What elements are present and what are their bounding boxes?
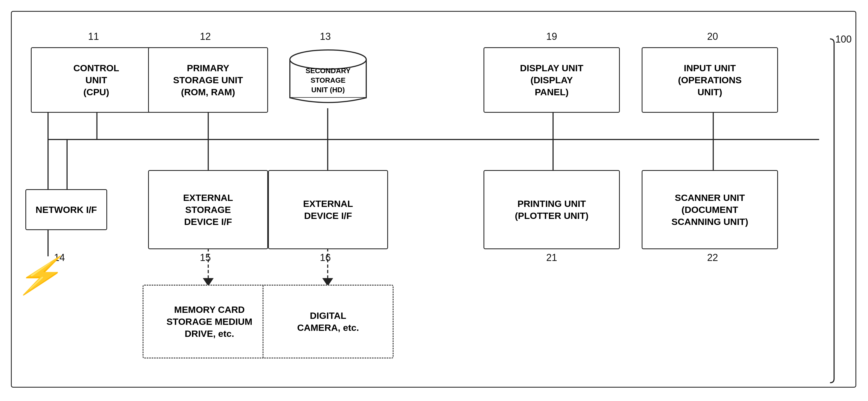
- memory-card-label: MEMORY CARDSTORAGE MEDIUMDRIVE, etc.: [166, 304, 252, 340]
- ref-11: 11: [88, 31, 99, 42]
- ref-100: 100: [835, 34, 851, 45]
- ref-12: 12: [200, 31, 211, 42]
- ref-16: 16: [320, 252, 331, 263]
- digital-camera-label: DIGITALCAMERA, etc.: [297, 310, 359, 334]
- external-device-if-box: EXTERNALDEVICE I/F: [268, 170, 388, 249]
- diagram-container: 11 12 13 19 20 14 15 16 21 22 100 CONTRO…: [11, 11, 856, 388]
- input-unit-label: INPUT UNIT(OPERATIONSUNIT): [678, 62, 742, 98]
- control-unit-label: CONTROLUNIT(CPU): [73, 62, 119, 98]
- primary-storage-label: PRIMARYSTORAGE UNIT(ROM, RAM): [173, 62, 243, 98]
- external-storage-if-box: EXTERNALSTORAGEDEVICE I/F: [148, 170, 268, 249]
- ref-20: 20: [707, 31, 718, 42]
- ref-15: 15: [200, 252, 211, 263]
- printing-unit-label: PRINTING UNIT(PLOTTER UNIT): [515, 198, 588, 222]
- ref-21: 21: [546, 252, 557, 263]
- svg-point-19: [290, 50, 366, 69]
- primary-storage-box: PRIMARYSTORAGE UNIT(ROM, RAM): [148, 47, 268, 113]
- lightning-bolt-icon: ⚡: [13, 257, 70, 293]
- display-unit-label: DISPLAY UNIT(DISPLAYPANEL): [520, 62, 583, 98]
- scanner-unit-label: SCANNER UNIT(DOCUMENTSCANNING UNIT): [671, 192, 748, 228]
- ref-22: 22: [707, 252, 718, 263]
- secondary-storage-cylinder: SECONDARY STORAGE UNIT (HD): [260, 38, 396, 114]
- digital-camera-box: DIGITALCAMERA, etc.: [262, 285, 394, 359]
- external-storage-if-label: EXTERNALSTORAGEDEVICE I/F: [183, 192, 233, 228]
- svg-text:UNIT (HD): UNIT (HD): [311, 86, 345, 94]
- input-unit-box: INPUT UNIT(OPERATIONSUNIT): [642, 47, 778, 113]
- printing-unit-box: PRINTING UNIT(PLOTTER UNIT): [484, 170, 620, 249]
- display-unit-box: DISPLAY UNIT(DISPLAYPANEL): [484, 47, 620, 113]
- network-if-label: NETWORK I/F: [36, 204, 97, 216]
- control-unit-box: CONTROLUNIT(CPU): [31, 47, 162, 113]
- external-device-if-label: EXTERNALDEVICE I/F: [303, 198, 353, 222]
- svg-text:SECONDARY: SECONDARY: [305, 66, 350, 75]
- memory-card-box: MEMORY CARDSTORAGE MEDIUMDRIVE, etc.: [143, 285, 276, 359]
- network-if-box: NETWORK I/F: [25, 189, 107, 230]
- scanner-unit-box: SCANNER UNIT(DOCUMENTSCANNING UNIT): [642, 170, 778, 249]
- ref-19: 19: [546, 31, 557, 42]
- svg-text:STORAGE: STORAGE: [311, 76, 345, 84]
